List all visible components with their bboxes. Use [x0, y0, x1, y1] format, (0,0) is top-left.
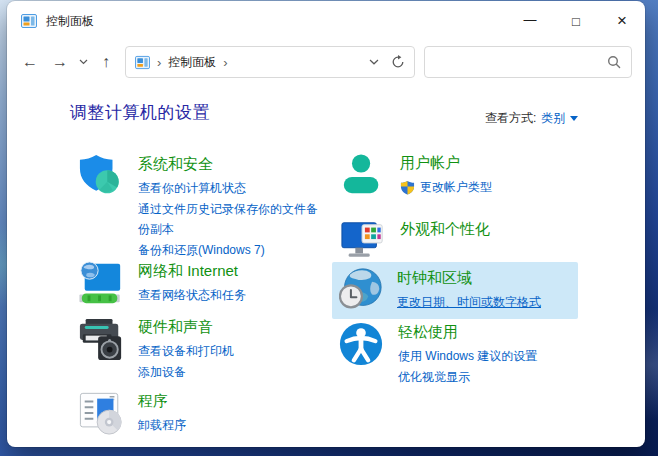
ease-of-access-icon[interactable] — [338, 321, 384, 367]
link-view-network-status[interactable]: 查看网络状态和任务 — [138, 285, 246, 306]
link-view-devices-printers[interactable]: 查看设备和打印机 — [138, 341, 234, 362]
printer-speaker-icon[interactable] — [78, 316, 124, 362]
address-dropdown-icon[interactable] — [369, 59, 379, 65]
page-title: 调整计算机的设置 — [70, 101, 210, 124]
category-clock-and-region[interactable]: 时钟和区域 更改日期、时间或数字格式 — [332, 262, 578, 319]
network-monitor-icon[interactable] — [78, 260, 124, 306]
view-by: 查看方式: 类别 — [485, 110, 578, 127]
clock-region-globe-icon[interactable] — [339, 267, 383, 311]
back-button[interactable]: ← — [15, 47, 45, 77]
link-uninstall-program[interactable]: 卸载程序 — [138, 415, 186, 436]
titlebar: 控制面板 — □ × — [7, 1, 645, 41]
search-input[interactable] — [435, 55, 607, 69]
link-optimize-visual-display[interactable]: 优化视觉显示 — [398, 367, 537, 388]
link-change-account-type[interactable]: 更改帐户类型 — [420, 177, 492, 198]
address-bar[interactable]: › 控制面板 › — [125, 46, 415, 78]
control-panel-icon — [21, 13, 37, 29]
maximize-button[interactable]: □ — [553, 1, 599, 41]
category-title-programs[interactable]: 程序 — [138, 391, 186, 410]
breadcrumb-separator: › — [157, 56, 161, 69]
category-ease-of-access: 轻松使用 使用 Windows 建议的设置 优化视觉显示 — [338, 321, 537, 387]
search-icon[interactable] — [607, 55, 621, 69]
category-title-clock-region[interactable]: 时钟和区域 — [397, 268, 541, 287]
forward-button[interactable]: → — [45, 47, 75, 77]
category-title-hardware-sound[interactable]: 硬件和声音 — [138, 317, 234, 336]
category-title-network-internet[interactable]: 网络和 Internet — [138, 261, 246, 280]
link-change-date-time-format[interactable]: 更改日期、时间或数字格式 — [397, 292, 541, 313]
window-title: 控制面板 — [46, 13, 94, 30]
minimize-button[interactable]: — — [507, 1, 553, 41]
chevron-down-icon — [79, 59, 88, 65]
user-accounts-icon[interactable] — [340, 152, 386, 198]
recent-locations-button[interactable] — [75, 47, 91, 77]
desktop-wallpaper: 控制面板 — □ × ← → ↑ › — [0, 0, 658, 456]
appearance-monitor-icon[interactable] — [340, 218, 386, 264]
view-by-label: 查看方式: — [485, 110, 536, 127]
link-file-history-backup[interactable]: 通过文件历史记录保存你的文件备份副本 — [138, 199, 326, 240]
category-title-user-accounts[interactable]: 用户帐户 — [400, 153, 492, 172]
link-windows-suggested-settings[interactable]: 使用 Windows 建议的设置 — [398, 346, 537, 367]
category-title-ease-of-access[interactable]: 轻松使用 — [398, 322, 537, 341]
category-programs: 程序 卸载程序 — [78, 390, 186, 436]
breadcrumb-separator[interactable]: › — [223, 56, 227, 69]
link-add-device[interactable]: 添加设备 — [138, 362, 234, 383]
close-button[interactable]: × — [599, 1, 645, 41]
uac-shield-icon — [400, 180, 415, 195]
link-backup-restore-win7[interactable]: 备份和还原(Windows 7) — [138, 240, 326, 261]
up-button[interactable]: ↑ — [91, 47, 121, 77]
control-panel-icon — [135, 55, 150, 70]
control-panel-window: 控制面板 — □ × ← → ↑ › — [7, 1, 645, 447]
category-hardware-and-sound: 硬件和声音 查看设备和打印机 添加设备 — [78, 316, 234, 382]
refresh-icon[interactable] — [391, 55, 405, 69]
category-title-appearance[interactable]: 外观和个性化 — [400, 219, 490, 238]
window-controls: — □ × — [507, 1, 645, 41]
programs-window-icon[interactable] — [78, 390, 124, 436]
navigation-bar: ← → ↑ › 控制面板 › — [7, 41, 645, 83]
search-box — [424, 46, 632, 78]
link-view-computer-status[interactable]: 查看你的计算机状态 — [138, 178, 326, 199]
category-system-and-security: 系统和安全 查看你的计算机状态 通过文件历史记录保存你的文件备份副本 备份和还原… — [78, 153, 326, 260]
breadcrumb-control-panel[interactable]: 控制面板 — [168, 54, 216, 71]
caret-down-icon — [570, 116, 578, 121]
forward-icon: → — [52, 53, 68, 71]
category-network-and-internet: 网络和 Internet 查看网络状态和任务 — [78, 260, 246, 306]
maximize-icon: □ — [572, 14, 580, 29]
minimize-icon: — — [524, 12, 537, 27]
category-user-accounts: 用户帐户 更改帐户类型 — [340, 152, 492, 198]
up-icon: ↑ — [102, 53, 110, 71]
security-shield-icon[interactable] — [78, 153, 124, 199]
close-icon: × — [617, 11, 627, 31]
view-by-value: 类别 — [541, 110, 565, 127]
back-icon: ← — [22, 53, 38, 71]
category-appearance-personalization: 外观和个性化 — [340, 218, 490, 264]
view-by-dropdown[interactable]: 类别 — [541, 110, 578, 127]
category-title-system-security[interactable]: 系统和安全 — [138, 154, 326, 173]
